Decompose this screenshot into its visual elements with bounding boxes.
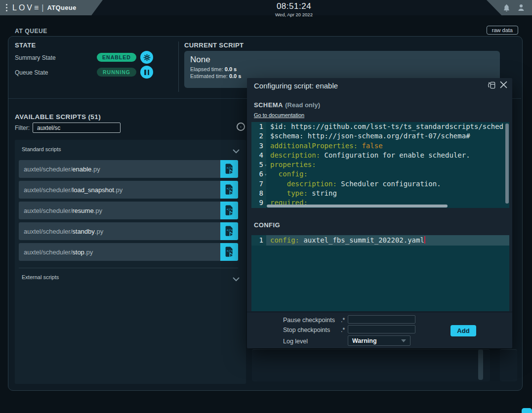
modal-title: Configuring script: enable [254,82,338,90]
love-logo: LOV≡ [12,3,41,12]
page: LOV≡ | ATQueue 08:51:24 Wed, Apr 20 2022… [0,0,532,413]
group-label-standard: Standard scripts [22,146,61,152]
script-path: auxtel/scheduler/standby.py [19,228,220,235]
text-cursor [424,236,425,244]
code-line: 4description: Configuration for enable s… [251,151,509,160]
collapse-available-scripts-icon[interactable] [237,123,245,131]
script-launch-icon: </> [224,163,235,175]
code-line: 8 type: string [251,189,509,198]
code-line: 2$schema: http://json-schema.org/draft-0… [251,131,509,141]
stop-checkpoints-label: Stop checkpoints [283,327,330,333]
current-script-title: CURRENT SCRIPT [184,41,244,49]
app-name: ATQueue [47,4,77,11]
fold-marker-icon[interactable]: ▾ [264,170,267,179]
filter-label: Filter: [15,124,30,131]
launch-script-button[interactable]: </> [220,160,238,178]
summary-state-config-button[interactable] [140,51,153,64]
controls-divider [247,312,512,312]
logo-separator: | [41,3,43,12]
script-launch-icon: </> [224,205,235,217]
pause-checkpoints-label: Pause checkpoints [283,317,335,324]
schema-section-title: SCHEMA (Read only) [254,100,320,109]
elapsed-time: Elapsed time: 0.0 s [190,66,500,72]
code-line: 7 description: Scheduler configuration. [251,179,509,189]
clock-time: 08:51:24 [267,1,321,11]
pause-checkpoints-hint: .* [341,317,345,324]
config-section-title: CONFIG [254,221,280,229]
config-editor[interactable]: 1 config: auxtel_fbs_summit_202202.yaml [251,235,509,311]
launch-script-button[interactable]: </> [220,202,238,219]
script-item[interactable]: auxtel/scheduler/standby.py </> [19,222,238,240]
schema-vertical-scrollbar[interactable] [505,124,509,204]
code-line: 1 config: auxtel_fbs_summit_202202.yaml [251,235,509,246]
script-launch-icon: </> [224,246,235,258]
script-path: auxtel/scheduler/stop.py [19,248,220,256]
close-icon[interactable] [500,81,507,90]
background-side-panel [500,349,517,381]
script-item[interactable]: auxtel/scheduler/stop.py </> [19,243,238,261]
dropdown-caret-icon [401,339,406,342]
filter-input[interactable] [33,123,121,133]
pause-icon [144,70,149,75]
script-item[interactable]: auxtel/scheduler/load_snapshot.py </> [19,181,238,199]
gear-icon [143,54,151,61]
summary-state-badge: ENABLED [97,53,136,62]
code-line: 5▾properties: [251,160,509,169]
schema-horizontal-scrollbar[interactable] [267,205,448,207]
script-launch-icon: </> [224,184,235,196]
script-path: auxtel/scheduler/enable.py [19,165,220,173]
available-scripts-list: Standard scripts auxtel/scheduler/enable… [15,140,246,384]
queue-state-label: Queue State [15,69,48,76]
add-button[interactable]: Add [450,325,476,336]
available-scripts-title: AVAILABLE SCRIPTS (51) [15,113,101,121]
state-section-title: STATE [15,41,36,49]
chevron-down-icon[interactable] [232,275,240,284]
pause-checkpoints-input[interactable] [348,315,415,324]
detach-panel-icon[interactable] [487,81,496,91]
documentation-link[interactable]: Go to documentation [254,112,304,118]
clock-date: Wed, Apr 20 2022 [267,12,321,17]
script-launch-icon: </> [224,225,235,238]
schema-readonly-note: (Read only) [285,101,320,109]
topbar-left-section: LOV≡ | ATQueue [0,0,103,15]
stop-checkpoints-hint: .* [341,327,345,333]
top-bar: LOV≡ | ATQueue 08:51:24 Wed, Apr 20 2022 [0,0,532,15]
queue-state-badge: RUNNING [97,68,136,77]
launch-script-button[interactable]: </> [220,181,238,199]
launch-script-button[interactable]: </> [220,243,238,261]
pause-queue-button[interactable] [140,66,153,79]
configure-script-modal: Configuring script: enable SCHEMA (Read … [247,78,512,348]
user-account-icon[interactable] [517,3,525,12]
script-path: auxtel/scheduler/load_snapshot.py [19,186,220,194]
notifications-bell-icon[interactable] [503,4,510,12]
log-level-value: Warning [352,337,377,344]
corner-accent[interactable] [522,408,532,413]
log-level-select[interactable]: Warning [348,335,410,346]
state-divider [178,41,179,92]
group-label-external: External scripts [22,274,59,280]
code-line: 1$id: https://github.com/lsst-ts/ts_stan… [251,122,509,131]
background-scrollbar[interactable] [478,349,483,380]
log-level-label: Log level [283,338,308,345]
current-script-name: None [190,55,500,65]
clock: 08:51:24 Wed, Apr 20 2022 [267,1,321,17]
group-divider [19,268,238,268]
menu-dots-icon[interactable] [6,4,7,11]
config-active-line: config: auxtel_fbs_summit_202202.yaml [266,235,509,246]
launch-script-button[interactable]: </> [220,222,238,240]
code-line: 6▾ config: [251,169,509,179]
background-queue-panel [252,349,490,381]
stop-checkpoints-input[interactable] [348,325,415,333]
topbar-right-section [487,0,532,15]
at-queue-title: AT QUEUE [15,28,47,35]
script-path: auxtel/scheduler/resume.py [19,207,220,214]
summary-state-label: Summary State [15,54,56,61]
schema-editor[interactable]: 1$id: https://github.com/lsst-ts/ts_stan… [251,122,509,208]
fold-marker-icon[interactable]: ▾ [264,161,267,170]
raw-data-button[interactable]: raw data [487,26,518,35]
script-item[interactable]: auxtel/scheduler/resume.py </> [19,202,238,219]
chevron-down-icon[interactable] [232,147,240,156]
code-line: 3additionalProperties: false [251,141,509,151]
script-item[interactable]: auxtel/scheduler/enable.py </> [19,160,238,178]
